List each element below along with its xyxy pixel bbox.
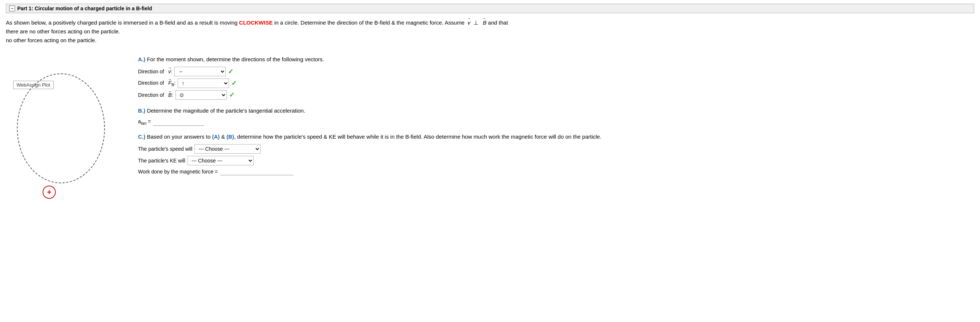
diagram-container: WebAssign Plot + <box>6 62 123 209</box>
ref-b: (B) <box>226 133 234 140</box>
speed-select[interactable]: --- Choose --- increase decrease remain … <box>194 144 261 154</box>
section-a-title: For the moment shown, determine the dire… <box>145 56 324 62</box>
intro-before: As shown below, a positively charged par… <box>6 19 239 26</box>
a-tan-row: atan = <box>138 118 974 126</box>
direction-b-row: Direction of → B : ⊙ ← → ↑ ↓ ⊗ ✓ <box>138 90 974 100</box>
direction-fb-select[interactable]: ↑ ← → ↓ ⊙ ⊗ <box>178 78 229 88</box>
ke-select[interactable]: --- Choose --- increase decrease remain … <box>188 156 254 165</box>
direction-b-correct: ✓ <box>229 91 235 99</box>
section-b-label: B.) <box>138 108 145 114</box>
section-c: C.) Based on your answers to (A) & (B), … <box>138 132 974 175</box>
direction-b-label: Direction of → B : <box>138 92 173 98</box>
direction-fb-label: Direction of → F B: <box>138 80 175 87</box>
ref-a: (A) <box>212 133 220 140</box>
a-tan-label: atan = <box>138 119 151 125</box>
direction-fb-correct: ✓ <box>231 79 237 87</box>
a-tan-subscript: tan <box>141 121 146 125</box>
direction-b-select[interactable]: ⊙ ← → ↑ ↓ ⊗ <box>175 90 227 100</box>
collapse-icon[interactable]: − <box>9 5 15 11</box>
direction-v-correct: ✓ <box>228 68 234 76</box>
section-a-label: A.) <box>138 56 145 62</box>
work-input[interactable] <box>220 168 293 175</box>
section-c-label: C.) <box>138 133 145 140</box>
ke-row: The particle's KE will --- Choose --- in… <box>138 156 974 165</box>
circle-diagram <box>17 73 105 183</box>
intro-after: in a circle. Determine the direction of … <box>273 19 466 26</box>
part-title: Part 1: Circular motion of a charged par… <box>17 5 152 11</box>
direction-fb-row: Direction of → F B: ↑ ← → ↓ ⊙ ⊗ ✓ <box>138 78 974 88</box>
direction-v-select[interactable]: ← → ↑ ↓ ⊙ ⊗ <box>174 67 226 76</box>
speed-label: The particle's speed will <box>138 146 192 152</box>
particle-symbol: + <box>43 186 56 199</box>
intro-text: As shown below, a positively charged par… <box>6 18 520 45</box>
main-content: WebAssign Plot + A.) For the moment show… <box>6 51 974 209</box>
section-a: A.) For the moment shown, determine the … <box>138 55 974 100</box>
direction-v-row: Direction of → v : ← → ↑ ↓ ⊙ ⊗ ✓ <box>138 67 974 76</box>
work-row: Work done by the magnetic force = <box>138 168 974 175</box>
math-expression: → v ⊥ → B <box>466 19 488 26</box>
clockwise-label: CLOCKWISE <box>239 19 273 26</box>
section-b-title: Determine the magnitude of the particle'… <box>145 108 305 114</box>
a-tan-input[interactable] <box>153 118 204 126</box>
work-label: Work done by the magnetic force = <box>138 169 218 174</box>
section-b: B.) Determine the magnitude of the parti… <box>138 106 974 126</box>
part-header: − Part 1: Circular motion of a charged p… <box>6 4 974 13</box>
speed-row: The particle's speed will --- Choose ---… <box>138 144 974 154</box>
questions-container: A.) For the moment shown, determine the … <box>138 51 974 182</box>
ke-label: The particle's KE will <box>138 158 185 163</box>
direction-v-label: Direction of → v : <box>138 68 172 75</box>
